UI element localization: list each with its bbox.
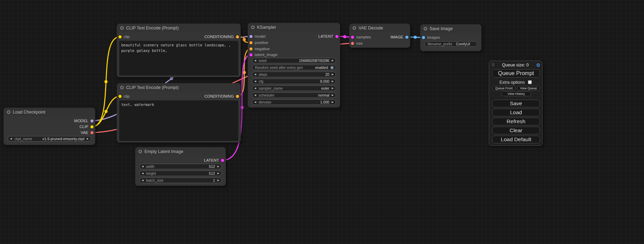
increment-arrow-icon[interactable]: ▶ [332,92,334,98]
height-widget[interactable]: ◀ height 512 ▶ [139,171,222,176]
cfg-widget[interactable]: ◀ cfg 8.000 ▶ [252,79,336,84]
increment-arrow-icon[interactable]: ▶ [332,72,334,77]
increment-arrow-icon[interactable]: ▶ [218,178,219,183]
node-title-bar[interactable]: KSampler [248,23,340,31]
node-vae-decode[interactable]: VAE Decode samples vae IMAGE [349,24,410,48]
output-label-model: MODEL [74,119,88,123]
drag-handle-icon[interactable]: ⠿ [492,63,495,67]
input-label-samples: samples [356,35,371,39]
output-port-vae[interactable] [90,131,94,134]
queue-prompt-button[interactable]: Queue Prompt [492,69,540,78]
output-row-conditioning: CONDITIONING [204,34,239,39]
clear-button[interactable]: Clear [492,127,540,134]
prompt-textarea[interactable]: text, watermark [119,100,238,141]
output-port-clip[interactable] [90,125,94,128]
denoise-widget[interactable]: ◀ denoise 1.000 ▶ [252,99,336,105]
decrement-arrow-icon[interactable]: ◀ [142,171,143,176]
decrement-arrow-icon[interactable]: ◀ [254,92,256,98]
view-history-button[interactable]: View History [501,91,531,96]
input-port-images[interactable] [422,36,425,39]
node-title-bar[interactable]: VAE Decode [350,24,410,32]
increment-arrow-icon[interactable]: ▶ [218,171,219,176]
node-status-dot [120,86,124,89]
increment-arrow-icon[interactable]: ▶ [332,79,334,84]
input-row-images: images [422,35,440,40]
input-port-latent-image[interactable] [249,53,253,56]
node-title: Save Image [430,26,453,31]
input-port-clip[interactable] [118,95,122,98]
refresh-button[interactable]: Refresh [492,118,540,125]
increment-arrow-icon[interactable]: ▶ [218,164,219,169]
increment-arrow-icon[interactable]: ▶ [332,99,334,105]
input-port-vae[interactable] [351,42,354,45]
decrement-arrow-icon[interactable]: ◀ [254,85,256,91]
increment-arrow-icon[interactable]: ▶ [332,85,334,91]
node-empty-latent-image[interactable]: Empty Latent Image LATENT ◀ width 512 ▶ … [135,147,226,186]
output-port-conditioning[interactable] [236,35,239,38]
node-title-bar[interactable]: CLIP Text Encode (Prompt) [117,24,240,32]
increment-arrow-icon[interactable]: ▶ [332,58,334,63]
node-title-bar[interactable]: Load Checkpoint [4,108,95,116]
node-title: VAE Decode [359,26,383,30]
output-label-conditioning: CONDITIONING [204,94,234,98]
widget-value: 1 [213,178,215,182]
output-label-conditioning: CONDITIONING [204,35,234,39]
output-port-image[interactable] [405,36,408,39]
widget-label: width [146,164,155,169]
view-queue-button[interactable]: View Queue [517,86,540,91]
decrement-arrow-icon[interactable]: ◀ [254,99,256,105]
node-save-image[interactable]: Save Image images filename_prefix ComfyU… [420,24,482,51]
steps-widget[interactable]: ◀ steps 20 ▶ [252,72,336,77]
output-port-conditioning[interactable] [236,95,239,98]
output-row-image: IMAGE [390,34,408,40]
decrement-arrow-icon[interactable]: ◀ [254,79,256,84]
widget-value: 20 [325,72,329,76]
widget-value: euler [321,86,329,90]
node-clip-text-encode-positive[interactable]: CLIP Text Encode (Prompt) clip CONDITION… [117,24,241,77]
node-title-bar[interactable]: CLIP Text Encode (Prompt) [117,83,240,92]
decrement-arrow-icon[interactable]: ◀ [10,136,12,142]
widget-label: Random seed after every gen [255,65,303,70]
node-title-bar[interactable]: Save Image [421,25,481,33]
input-port-samples[interactable] [351,36,354,39]
input-port-positive[interactable] [249,41,253,44]
batch-size-widget[interactable]: ◀ batch_size 1 ▶ [139,178,222,183]
random-seed-toggle-widget[interactable]: Random seed after every gen enabled [252,65,336,70]
input-port-clip[interactable] [118,35,122,38]
scheduler-widget[interactable]: ◀ scheduler normal ▶ [252,92,336,98]
seed-widget[interactable]: ◀ seed 156680208700286 ▶ [252,58,336,63]
ckpt-name-widget[interactable]: ◀ ckpt_name v1-5-pruned-emaonly.ckpt ▶ [8,136,91,142]
output-label-image: IMAGE [390,35,403,39]
input-port-model[interactable] [249,35,253,38]
node-clip-text-encode-negative[interactable]: CLIP Text Encode (Prompt) clip CONDITION… [117,83,241,143]
increment-arrow-icon[interactable]: ▶ [87,136,89,142]
prompt-textarea[interactable]: beautiful scenery nature glass bottle la… [119,41,238,75]
decrement-arrow-icon[interactable]: ◀ [254,72,256,77]
width-widget[interactable]: ◀ width 512 ▶ [139,164,222,169]
input-port-negative[interactable] [249,47,253,51]
widget-label: denoise [258,100,271,104]
queue-front-button[interactable]: Queue Front [492,86,515,91]
decrement-arrow-icon[interactable]: ◀ [142,164,143,169]
filename-prefix-widget[interactable]: filename_prefix ComfyUI [424,41,477,47]
output-port-latent[interactable] [221,159,224,162]
toggle-on-dot[interactable] [330,66,334,69]
output-port-model[interactable] [90,119,94,123]
save-button[interactable]: Save [492,100,540,107]
node-load-checkpoint[interactable]: Load Checkpoint MODEL CLIP VAE ◀ ckpt_na… [3,108,95,145]
load-button[interactable]: Load [492,109,540,116]
decrement-arrow-icon[interactable]: ◀ [254,58,256,63]
node-graph-canvas[interactable]: Load Checkpoint MODEL CLIP VAE ◀ ckpt_na… [0,0,644,244]
node-status-dot [7,110,10,114]
node-title-bar[interactable]: Empty Latent Image [135,147,226,156]
load-default-button[interactable]: Load Default [492,136,540,143]
node-title: Empty Latent Image [144,149,183,154]
node-ksampler[interactable]: KSampler model positive negative latent_… [248,23,340,108]
widget-value: 8.000 [320,79,329,83]
settings-gear-icon[interactable]: ⚙ [536,63,540,67]
widget-label: steps [258,72,267,76]
sampler-name-widget[interactable]: ◀ sampler_name euler ▶ [252,85,336,91]
output-port-latent[interactable] [335,35,338,38]
extra-options-checkbox[interactable] [528,80,532,84]
decrement-arrow-icon[interactable]: ◀ [142,178,143,183]
